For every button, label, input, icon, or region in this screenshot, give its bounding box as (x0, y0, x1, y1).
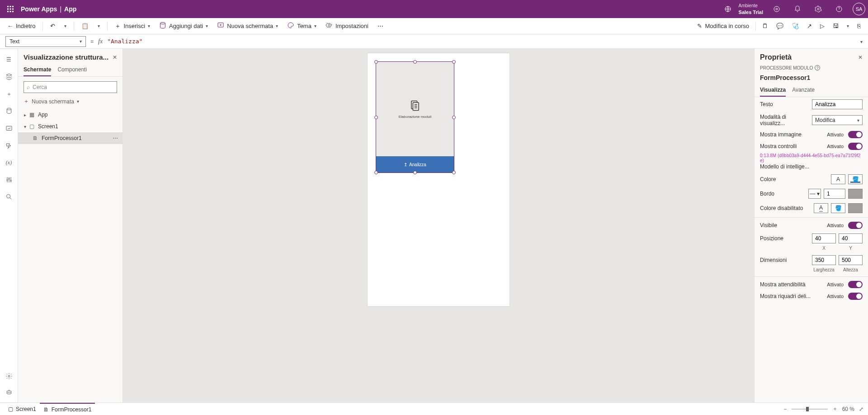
search-pane-button[interactable] (2, 190, 16, 204)
tree-node-screen[interactable]: ▾ ▢ Screen1 (18, 121, 123, 132)
settings-icon[interactable] (811, 2, 826, 16)
undo-button[interactable]: ↶ (47, 19, 59, 33)
property-dropdown[interactable]: Text▾ (5, 36, 86, 47)
rail-settings-button[interactable] (2, 369, 16, 383)
variables-pane-button[interactable]: (x) (2, 155, 16, 170)
tab-display[interactable]: Visualizza (760, 84, 786, 97)
position-y-input[interactable] (839, 233, 863, 243)
add-data-button[interactable]: Aggiungi dati▾ (156, 19, 212, 33)
environment-picker[interactable]: Ambiente Sales Trial (739, 3, 763, 15)
show-confidence-toggle[interactable] (848, 281, 863, 288)
tab-components[interactable]: Componenti (57, 64, 87, 76)
position-x-input[interactable] (812, 233, 836, 243)
save-button[interactable]: 🖫 (829, 19, 842, 33)
media-pane-button[interactable] (2, 121, 16, 135)
font-color-button[interactable]: A (831, 174, 845, 184)
expand-formula-button[interactable]: ▾ (860, 38, 863, 45)
insert-button[interactable]: ＋ Inserisci▾ (111, 19, 154, 33)
play-button[interactable]: ▷ (816, 19, 828, 33)
monitor-button[interactable]: 🩺 (788, 19, 802, 33)
new-screen-button[interactable]: Nuova schermata▾ (213, 19, 282, 33)
text-input[interactable] (812, 99, 863, 109)
form-processor-icon: 🗎 (32, 135, 39, 142)
show-boxes-toggle[interactable] (848, 293, 863, 300)
info-icon[interactable]: ? (815, 65, 820, 70)
help-icon[interactable] (832, 2, 846, 16)
analyze-button[interactable]: ↥ Analizza (376, 156, 454, 173)
close-props-button[interactable]: ✕ (858, 54, 863, 61)
share-button[interactable]: ↗ (803, 19, 816, 33)
chevron-down-icon: ▾ (80, 39, 82, 44)
paste-button[interactable]: 📋 (78, 19, 92, 33)
copilot-icon[interactable] (769, 2, 784, 16)
canvas[interactable]: Elaborazione moduli ↥ Analizza (123, 49, 754, 402)
theme-button[interactable]: Tema▾ (283, 19, 320, 33)
virtual-agent-button[interactable] (2, 385, 16, 400)
tree-node-app[interactable]: ▸ ▦ App (18, 109, 123, 121)
publish-button[interactable]: ⎘ (854, 19, 864, 33)
fill-color-button[interactable]: 🪣 (848, 174, 863, 184)
fit-to-screen-button[interactable]: ⤢ (859, 406, 863, 412)
resize-handle[interactable] (413, 171, 417, 174)
tree-search-input[interactable]: ⌕ Cerca (24, 81, 117, 93)
editing-mode-button[interactable]: ✎ Modifica in corso (693, 19, 753, 33)
app-launcher[interactable] (3, 1, 18, 17)
svg-point-23 (8, 375, 10, 377)
height-input[interactable] (839, 255, 863, 265)
resize-handle[interactable] (374, 60, 378, 64)
resize-handle[interactable] (374, 171, 378, 174)
form-processor-control[interactable]: Elaborazione moduli ↥ Analizza (376, 61, 454, 173)
border-style-button[interactable]: — ▾ (808, 189, 821, 199)
resize-handle[interactable] (374, 116, 378, 119)
tools-pane-button[interactable] (2, 173, 16, 187)
resize-handle[interactable] (413, 60, 417, 64)
paste-menu[interactable]: ▾ (94, 19, 104, 33)
flows-pane-button[interactable] (2, 138, 16, 153)
width-input[interactable] (812, 255, 836, 265)
user-avatar[interactable]: SA (853, 3, 865, 15)
svg-rect-5 (12, 9, 14, 10)
chevron-down-icon: ▾ (206, 23, 208, 28)
show-image-toggle[interactable] (848, 131, 863, 138)
border-width-input[interactable] (824, 189, 845, 199)
save-menu[interactable]: ▾ (843, 19, 853, 33)
show-controls-toggle[interactable] (848, 143, 863, 150)
chevron-down-icon: ▾ (64, 23, 66, 28)
overflow-button[interactable]: ⋯ (374, 19, 387, 33)
tree-view-button[interactable] (2, 70, 16, 84)
hamburger-button[interactable]: ☰ (2, 52, 16, 67)
insert-pane-button[interactable]: ＋ (2, 87, 16, 101)
breadcrumb-control[interactable]: 🗎 FormProcessor1 (40, 403, 95, 415)
zoom-out-button[interactable]: − (784, 406, 787, 412)
tree-node-control[interactable]: 🗎 FormProcessor1 ⋯ (18, 132, 123, 144)
disabled-font-color-button[interactable]: A (814, 203, 828, 213)
resize-handle[interactable] (452, 60, 456, 64)
breadcrumb-screen[interactable]: ▢ Screen1 (5, 403, 40, 415)
tab-advanced[interactable]: Avanzate (792, 84, 815, 97)
screen-icon: ▢ (8, 406, 13, 412)
data-pane-button[interactable] (2, 104, 16, 118)
resize-handle[interactable] (452, 116, 456, 119)
disabled-border-color-button[interactable] (848, 203, 863, 213)
checker-button[interactable]: 🗒 (759, 19, 772, 33)
back-button[interactable]: ← Indietro (4, 19, 39, 33)
displaymode-select[interactable]: Modifica▾ (812, 115, 863, 125)
undo-menu[interactable]: ▾ (61, 19, 70, 33)
tab-screens[interactable]: Schermate (24, 64, 51, 76)
comments-button[interactable]: 💬 (773, 19, 787, 33)
app-settings-button[interactable]: Impostazioni (322, 19, 372, 33)
notifications-icon[interactable] (790, 2, 805, 16)
border-color-button[interactable] (848, 189, 863, 199)
visible-toggle[interactable] (848, 222, 863, 229)
zoom-in-button[interactable]: ＋ (832, 405, 838, 413)
chevron-down-icon: ▾ (276, 23, 278, 28)
disabled-fill-color-button[interactable]: 🪣 (831, 203, 845, 213)
formula-input[interactable]: "Analizza" (107, 38, 142, 45)
close-tree-button[interactable]: ✕ (113, 54, 117, 61)
tree-node-menu[interactable]: ⋯ (113, 135, 118, 141)
svg-rect-0 (7, 6, 9, 7)
svg-rect-8 (12, 11, 14, 12)
tree-new-screen-button[interactable]: ＋ Nuova schermata ▾ (18, 96, 123, 107)
zoom-slider[interactable] (792, 409, 828, 410)
resize-handle[interactable] (452, 171, 456, 174)
